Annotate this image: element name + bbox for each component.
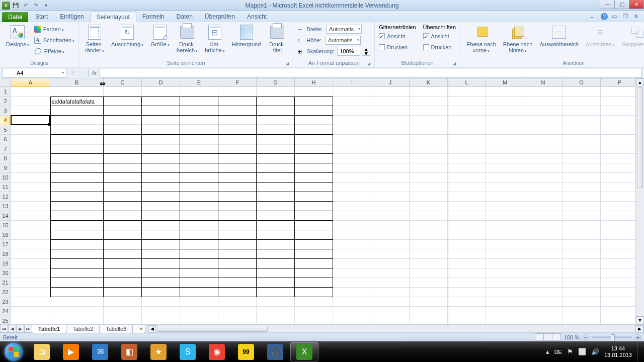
cell[interactable] <box>11 192 50 202</box>
cell[interactable] <box>486 202 524 211</box>
cell[interactable] <box>50 259 104 268</box>
column-header[interactable]: E <box>180 78 218 87</box>
zoom-level[interactable]: 100 % <box>564 334 580 340</box>
cell[interactable] <box>562 87 601 97</box>
cell[interactable] <box>295 268 333 278</box>
cell[interactable] <box>218 230 257 240</box>
cell[interactable] <box>524 135 562 144</box>
tab-formeln[interactable]: Formeln <box>136 12 171 22</box>
cell[interactable] <box>257 259 295 268</box>
cell[interactable] <box>562 173 601 183</box>
column-header[interactable]: A <box>11 78 50 87</box>
cell[interactable] <box>524 202 562 211</box>
cell[interactable] <box>448 125 486 135</box>
cell[interactable] <box>295 116 333 125</box>
zoom-out-icon[interactable]: − <box>583 334 589 340</box>
cell[interactable] <box>524 183 562 192</box>
cell[interactable] <box>333 221 371 230</box>
cell[interactable] <box>257 278 295 288</box>
bring-forward-button[interactable]: Ebene nach vorne <box>464 23 498 55</box>
row-header[interactable]: 13 <box>0 202 11 211</box>
row-header[interactable]: 15 <box>0 221 11 230</box>
cell[interactable] <box>601 125 639 135</box>
cell[interactable] <box>50 211 104 221</box>
cell[interactable] <box>448 297 486 307</box>
cell[interactable] <box>333 278 371 288</box>
cell[interactable] <box>180 173 218 183</box>
cell[interactable] <box>410 183 448 192</box>
cell[interactable] <box>50 183 104 192</box>
cell[interactable] <box>562 163 601 173</box>
cell[interactable] <box>601 183 639 192</box>
cell[interactable] <box>257 144 295 154</box>
cell[interactable] <box>180 183 218 192</box>
cell[interactable] <box>333 297 371 307</box>
cell[interactable] <box>486 163 524 173</box>
cell[interactable] <box>486 154 524 163</box>
redo-icon[interactable]: ↷ <box>31 1 40 10</box>
cell[interactable] <box>448 268 486 278</box>
cell[interactable] <box>218 173 257 183</box>
print-titles-button[interactable]: Druck- titel <box>266 23 289 54</box>
cell[interactable] <box>218 249 257 259</box>
cell[interactable] <box>11 183 50 192</box>
file-tab[interactable]: Datei <box>2 12 28 22</box>
cell[interactable] <box>50 221 104 230</box>
window-icon[interactable]: ▭ <box>612 13 619 20</box>
cell[interactable] <box>142 249 180 259</box>
cell[interactable] <box>104 221 142 230</box>
cell[interactable] <box>410 297 448 307</box>
cell[interactable] <box>295 202 333 211</box>
cell[interactable] <box>448 259 486 268</box>
cell[interactable] <box>50 125 104 135</box>
column-header[interactable]: I <box>333 78 371 87</box>
cell[interactable] <box>410 202 448 211</box>
cell[interactable] <box>371 249 410 259</box>
close-doc-icon[interactable]: ✕ <box>634 13 641 20</box>
column-header[interactable]: L <box>448 78 486 87</box>
cell[interactable] <box>486 249 524 259</box>
cell[interactable] <box>11 278 50 288</box>
clock[interactable]: 13:4413.01.2013 <box>604 345 632 358</box>
cell[interactable] <box>104 163 142 173</box>
cell[interactable] <box>333 259 371 268</box>
row-header[interactable]: 10 <box>0 173 11 183</box>
cell[interactable] <box>333 192 371 202</box>
cell[interactable] <box>142 192 180 202</box>
cell[interactable] <box>601 230 639 240</box>
cell[interactable] <box>371 288 410 297</box>
cell[interactable] <box>180 202 218 211</box>
cell[interactable] <box>410 230 448 240</box>
fx-button[interactable]: fx <box>89 68 100 78</box>
cell[interactable] <box>448 116 486 125</box>
fonts-button[interactable]: ASchriftarten <box>34 35 74 45</box>
cell[interactable] <box>448 230 486 240</box>
cell[interactable] <box>524 154 562 163</box>
cell[interactable] <box>142 116 180 125</box>
cell[interactable] <box>524 230 562 240</box>
cell[interactable] <box>142 316 180 324</box>
cell[interactable] <box>180 249 218 259</box>
row-header[interactable]: 3 <box>0 106 11 116</box>
cell[interactable] <box>601 106 639 116</box>
cell[interactable] <box>562 297 601 307</box>
cell[interactable] <box>410 144 448 154</box>
cell[interactable] <box>257 135 295 144</box>
cell[interactable] <box>50 106 104 116</box>
last-sheet-icon[interactable]: ⏭ <box>24 325 32 333</box>
cell[interactable] <box>11 268 50 278</box>
cell[interactable] <box>486 125 524 135</box>
cell[interactable] <box>448 97 486 106</box>
cell[interactable] <box>601 211 639 221</box>
cell[interactable] <box>601 154 639 163</box>
cell[interactable] <box>218 192 257 202</box>
cell[interactable] <box>524 125 562 135</box>
column-header[interactable]: P <box>601 78 639 87</box>
scroll-left-icon[interactable]: ◀ <box>148 325 156 332</box>
cell[interactable] <box>218 163 257 173</box>
cell[interactable] <box>142 211 180 221</box>
cell[interactable] <box>524 211 562 221</box>
cell[interactable] <box>371 278 410 288</box>
cell[interactable] <box>371 202 410 211</box>
column-header[interactable]: G <box>257 78 295 87</box>
